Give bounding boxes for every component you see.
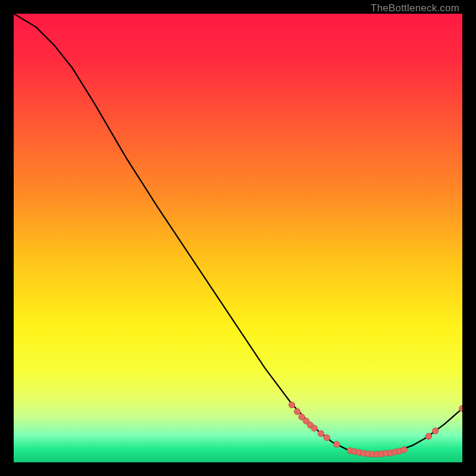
data-marker: [318, 431, 324, 437]
data-marker: [324, 434, 330, 440]
plot-area: [14, 14, 462, 462]
data-marker: [294, 409, 300, 415]
chart-overlay: [14, 14, 462, 462]
marker-group: [289, 402, 462, 457]
data-marker: [401, 447, 407, 453]
stage: TheBottleneck.com: [0, 0, 476, 476]
data-marker: [289, 402, 295, 408]
value-curve: [14, 14, 462, 454]
data-marker: [433, 428, 439, 434]
data-marker: [425, 433, 431, 439]
data-marker: [311, 425, 317, 431]
watermark-text: TheBottleneck.com: [371, 2, 459, 14]
data-marker: [334, 441, 340, 447]
